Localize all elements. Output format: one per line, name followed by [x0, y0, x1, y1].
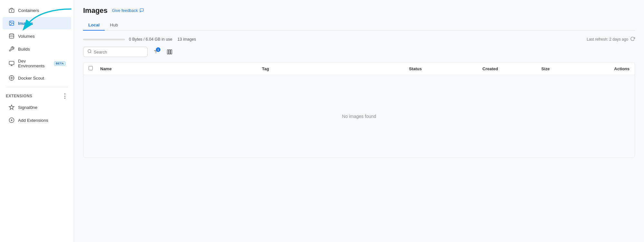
svg-point-4	[10, 22, 11, 23]
col-name-header: Name	[100, 66, 262, 71]
docker-scout-icon	[8, 75, 15, 81]
col-created-header: Created	[483, 66, 542, 71]
refresh-row: Last refresh: 2 days ago	[587, 36, 635, 42]
builds-icon	[8, 46, 15, 52]
sidebar-item-signal0ne-label: Signal0ne	[18, 105, 37, 110]
svg-point-5	[9, 34, 14, 35]
search-input[interactable]	[94, 50, 143, 54]
signal0ne-icon	[8, 104, 15, 111]
tab-hub[interactable]: Hub	[105, 20, 123, 31]
toolbar: 1	[83, 47, 635, 57]
col-tag-header: Tag	[262, 66, 409, 71]
sidebar-item-builds-label: Builds	[18, 47, 30, 52]
filter-badge: 1	[156, 47, 160, 52]
feedback-icon	[139, 8, 144, 14]
svg-rect-27	[171, 50, 172, 54]
images-table: Name Tag Status Created Size Actions No …	[83, 62, 635, 158]
sidebar-item-images[interactable]: Images	[3, 17, 71, 29]
storage-row: 0 Bytes / 6.04 GB in use 13 images Last …	[83, 36, 635, 42]
page-title: Images	[83, 6, 108, 15]
col-status-header: Status	[409, 66, 482, 71]
table-header: Name Tag Status Created Size Actions	[83, 63, 635, 75]
storage-bar	[83, 39, 125, 40]
sidebar-item-images-label: Images	[18, 21, 33, 26]
refresh-icon[interactable]	[630, 36, 635, 42]
svg-marker-15	[9, 105, 14, 110]
sidebar-item-dev-environments[interactable]: Dev Environments BETA	[3, 56, 71, 71]
sidebar-item-volumes-label: Volumes	[18, 34, 35, 39]
add-extensions-label: Add Extensions	[18, 118, 48, 123]
refresh-label: Last refresh: 2 days ago	[587, 37, 628, 42]
storage-bar-track	[83, 39, 125, 40]
search-icon	[87, 49, 92, 55]
col-size-header: Size	[541, 66, 585, 71]
columns-button[interactable]	[164, 47, 175, 57]
empty-state: No images found	[83, 75, 635, 158]
select-all-checkbox[interactable]	[89, 66, 93, 70]
sidebar-item-builds[interactable]: Builds	[3, 43, 71, 55]
main-content-area: Images Give feedback Local Hub	[74, 0, 644, 242]
dev-environments-icon	[8, 60, 15, 67]
sidebar-item-dev-environments-label: Dev Environments	[18, 59, 51, 68]
tabs: Local Hub	[83, 20, 635, 31]
containers-icon	[8, 7, 15, 14]
filter-button[interactable]: 1	[151, 47, 161, 57]
images-icon	[8, 20, 15, 26]
svg-rect-25	[167, 50, 168, 54]
svg-rect-6	[9, 61, 14, 65]
sidebar: Containers Images Volumes	[0, 0, 74, 242]
extensions-label: Extensions	[6, 94, 32, 98]
images-count: 13 images	[178, 37, 196, 42]
sidebar-item-signal0ne[interactable]: Signal0ne	[3, 101, 71, 113]
sidebar-divider	[6, 87, 68, 87]
svg-rect-26	[169, 50, 170, 54]
volumes-icon	[8, 33, 15, 39]
page-header: Images Give feedback	[83, 6, 635, 15]
empty-message: No images found	[342, 114, 376, 119]
beta-badge: BETA	[54, 61, 65, 66]
search-box	[83, 47, 148, 57]
feedback-link[interactable]: Give feedback	[112, 8, 144, 14]
extensions-section-header: Extensions ⋮	[0, 90, 74, 101]
extensions-more-icon[interactable]: ⋮	[62, 92, 68, 100]
sidebar-item-containers[interactable]: Containers	[3, 4, 71, 16]
tab-local[interactable]: Local	[83, 20, 105, 31]
select-all-cell	[89, 66, 100, 72]
sidebar-item-docker-scout-label: Docker Scout	[18, 76, 44, 81]
sidebar-item-add-extensions[interactable]: Add Extensions	[3, 114, 71, 126]
storage-text: 0 Bytes / 6.04 GB in use	[129, 37, 172, 42]
sidebar-item-volumes[interactable]: Volumes	[3, 30, 71, 42]
sidebar-item-containers-label: Containers	[18, 8, 39, 13]
add-extensions-icon	[8, 117, 15, 123]
feedback-label: Give feedback	[112, 8, 138, 13]
sidebar-item-docker-scout[interactable]: Docker Scout	[3, 72, 71, 84]
col-actions-header: Actions	[585, 66, 630, 71]
svg-point-10	[11, 77, 13, 79]
svg-point-20	[88, 50, 91, 53]
svg-line-21	[91, 52, 91, 53]
